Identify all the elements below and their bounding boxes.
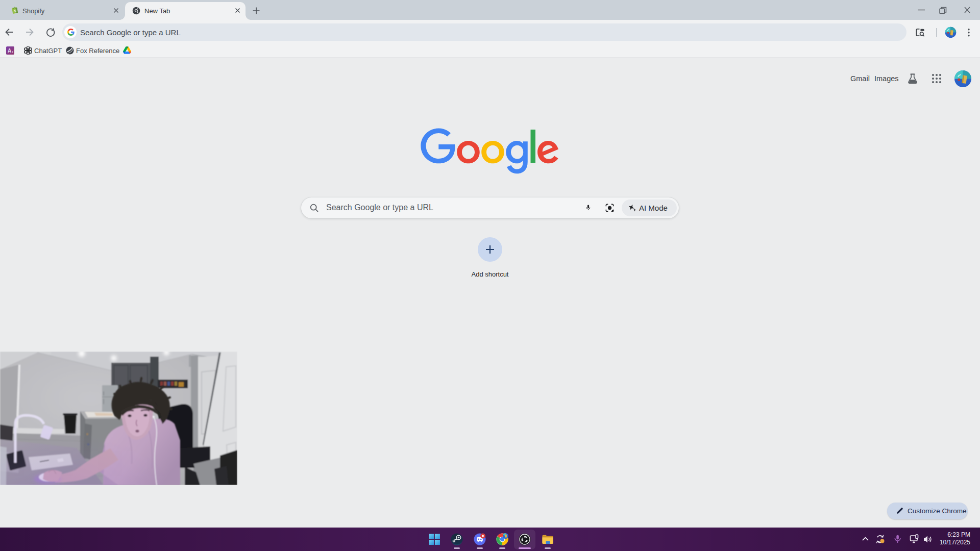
svg-text:A: A [8,48,11,54]
svg-text:S: S [14,9,16,13]
